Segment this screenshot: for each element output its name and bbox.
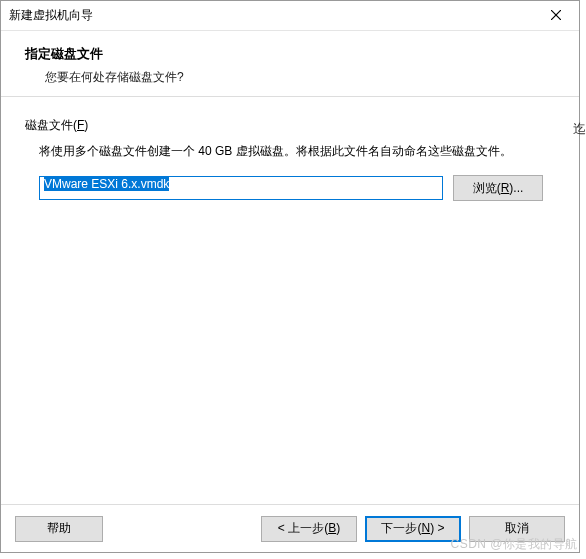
cropped-text-fragment: 迄 <box>573 120 586 138</box>
window-title: 新建虚拟机向导 <box>9 7 93 24</box>
page-subtitle: 您要在何处存储磁盘文件? <box>45 69 555 86</box>
back-button[interactable]: < 上一步(B) <box>261 516 357 542</box>
disk-file-input[interactable]: VMware ESXi 6.x.vmdk <box>39 176 443 200</box>
disk-file-group-label: 磁盘文件(F) <box>25 117 555 134</box>
window-close-button[interactable] <box>533 1 579 31</box>
help-button[interactable]: 帮助 <box>15 516 103 542</box>
wizard-dialog: 新建虚拟机向导 指定磁盘文件 您要在何处存储磁盘文件? 磁盘文件(F) 将使用多… <box>0 0 580 553</box>
disk-file-input-row: VMware ESXi 6.x.vmdk 浏览(R)... <box>39 175 555 201</box>
titlebar: 新建虚拟机向导 <box>1 1 579 31</box>
page-title: 指定磁盘文件 <box>25 45 555 63</box>
cancel-button[interactable]: 取消 <box>469 516 565 542</box>
browse-button[interactable]: 浏览(R)... <box>453 175 543 201</box>
wizard-content: 磁盘文件(F) 将使用多个磁盘文件创建一个 40 GB 虚拟磁盘。将根据此文件名… <box>1 97 579 504</box>
close-icon <box>551 8 561 23</box>
disk-file-input-value: VMware ESXi 6.x.vmdk <box>44 177 169 191</box>
disk-file-description: 将使用多个磁盘文件创建一个 40 GB 虚拟磁盘。将根据此文件名自动命名这些磁盘… <box>39 142 555 161</box>
next-button[interactable]: 下一步(N) > <box>365 516 461 542</box>
wizard-header: 指定磁盘文件 您要在何处存储磁盘文件? <box>1 31 579 97</box>
wizard-footer: 帮助 < 上一步(B) 下一步(N) > 取消 <box>1 504 579 552</box>
